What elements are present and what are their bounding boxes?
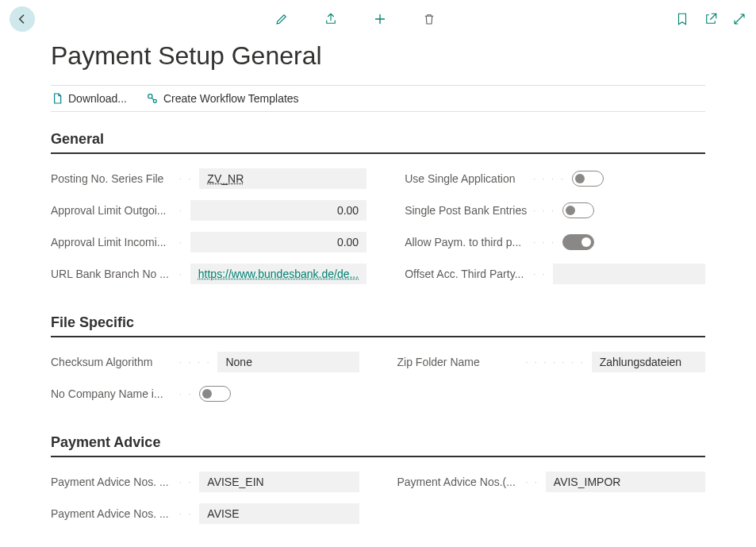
section-payment-advice-title: Payment Advice xyxy=(51,434,705,457)
actions-bar: Download... Create Workflow Templates xyxy=(51,85,705,112)
label-checksum-algorithm: Checksum Algorithm xyxy=(51,356,178,368)
field-url-bank-branch: URL Bank Branch No ... · https://www.bun… xyxy=(51,264,366,284)
label-payment-advice-nos-1: Payment Advice Nos. ... xyxy=(51,476,178,488)
field-checksum-algorithm: Checksum Algorithm · · · · None xyxy=(51,352,359,372)
create-workflow-label: Create Workflow Templates xyxy=(163,92,299,105)
label-allow-paym-third-party: Allow Paym. to third p... xyxy=(405,236,532,248)
field-payment-advice-nos-2: Payment Advice Nos. ... · · AVISE xyxy=(51,503,359,524)
label-single-post-bank-entries: Single Post Bank Entries xyxy=(405,204,532,217)
download-icon xyxy=(51,92,63,105)
label-zip-folder-name: Zip Folder Name xyxy=(397,356,524,368)
label-approval-limit-outgoing: Approval Limit Outgoi... xyxy=(51,204,178,217)
label-use-single-application: Use Single Application xyxy=(405,172,532,185)
toggle-single-post-bank-entries[interactable] xyxy=(562,202,594,218)
input-url-bank-branch[interactable]: https://www.bundesbank.de/de... xyxy=(190,264,366,284)
label-offset-acc-third-party: Offset Acc. Third Party... xyxy=(405,268,532,280)
toolbar-center xyxy=(35,12,675,26)
edit-icon[interactable] xyxy=(274,12,289,26)
input-payment-advice-nos-imp[interactable]: AVIS_IMPOR xyxy=(546,472,705,492)
section-file-specific-title: File Specific xyxy=(51,314,705,337)
top-toolbar xyxy=(0,0,756,38)
section-general-title: General xyxy=(51,131,705,154)
label-posting-no-series: Posting No. Series File xyxy=(51,172,178,185)
toolbar-right xyxy=(675,12,746,26)
label-no-company-name: No Company Name i... xyxy=(51,387,178,400)
page-title: Payment Setup General xyxy=(51,41,705,71)
section-general: General Posting No. Series File · · ZV_N… xyxy=(51,131,705,295)
label-approval-limit-incoming: Approval Limit Incomi... xyxy=(51,236,178,248)
back-button[interactable] xyxy=(10,6,35,32)
section-file-specific: File Specific Checksum Algorithm · · · ·… xyxy=(51,314,705,415)
new-icon[interactable] xyxy=(373,12,387,26)
label-payment-advice-nos-imp: Payment Advice Nos.(... xyxy=(397,476,524,488)
field-allow-paym-third-party: Allow Paym. to third p... · · · xyxy=(405,232,705,252)
field-approval-limit-outgoing: Approval Limit Outgoi... · 0.00 xyxy=(51,200,366,221)
create-workflow-action[interactable]: Create Workflow Templates xyxy=(146,92,299,105)
share-icon[interactable] xyxy=(324,12,338,26)
input-approval-limit-incoming[interactable]: 0.00 xyxy=(190,232,366,252)
field-payment-advice-nos-1: Payment Advice Nos. ... · · AVISE_EIN xyxy=(51,472,359,492)
toggle-use-single-application[interactable] xyxy=(572,171,604,187)
delete-icon[interactable] xyxy=(422,12,436,26)
section-payment-advice: Payment Advice Payment Advice Nos. ... ·… xyxy=(51,434,705,535)
input-checksum-algorithm[interactable]: None xyxy=(217,352,359,372)
input-posting-no-series[interactable]: ZV_NR xyxy=(199,168,366,189)
field-approval-limit-incoming: Approval Limit Incomi... · 0.00 xyxy=(51,232,366,252)
bookmark-icon[interactable] xyxy=(675,12,689,26)
download-label: Download... xyxy=(68,92,127,105)
svg-point-0 xyxy=(148,94,152,98)
page-body: Payment Setup General Download... Create… xyxy=(0,41,756,535)
field-posting-no-series: Posting No. Series File · · ZV_NR xyxy=(51,168,366,189)
input-zip-folder-name[interactable]: Zahlungsdateien xyxy=(592,352,705,372)
input-approval-limit-outgoing[interactable]: 0.00 xyxy=(190,200,366,221)
expand-icon[interactable] xyxy=(732,12,746,26)
input-offset-acc-third-party[interactable] xyxy=(553,264,705,284)
input-payment-advice-nos-2[interactable]: AVISE xyxy=(199,503,359,524)
input-payment-advice-nos-1[interactable]: AVISE_EIN xyxy=(199,472,359,492)
field-payment-advice-nos-imp: Payment Advice Nos.(... · · AVIS_IMPOR xyxy=(397,472,706,492)
toggle-no-company-name[interactable] xyxy=(199,386,231,402)
field-offset-acc-third-party: Offset Acc. Third Party... · · xyxy=(405,264,705,284)
download-action[interactable]: Download... xyxy=(51,92,127,105)
field-no-company-name: No Company Name i... · · xyxy=(51,383,359,404)
field-zip-folder-name: Zip Folder Name · · · · · · · Zahlungsda… xyxy=(397,352,706,372)
field-use-single-application: Use Single Application · · · · xyxy=(405,168,705,189)
label-payment-advice-nos-2: Payment Advice Nos. ... xyxy=(51,507,178,520)
popout-icon[interactable] xyxy=(704,12,718,26)
workflow-icon xyxy=(146,92,159,105)
toggle-allow-paym-third-party[interactable] xyxy=(562,234,594,250)
field-single-post-bank-entries: Single Post Bank Entries · · · xyxy=(405,200,705,221)
label-url-bank-branch: URL Bank Branch No ... xyxy=(51,268,178,280)
